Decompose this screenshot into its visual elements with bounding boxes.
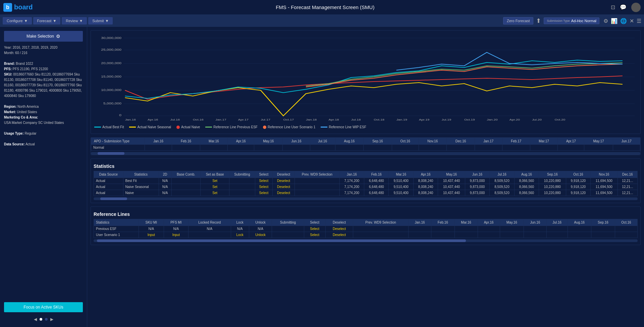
ref-select-2[interactable]: Select (310, 233, 319, 237)
stats-select-2[interactable]: Select (259, 185, 268, 189)
month-info: Month: 60 / 216 (4, 50, 83, 56)
stats-val-2-12: 12,21... (618, 184, 637, 190)
stats-deselect-1[interactable]: Deselect (277, 179, 290, 183)
svg-text:Apr.20: Apr.20 (509, 118, 520, 121)
ref-col-lock: Lock (231, 219, 249, 226)
sidebar-info: Year: 2016, 2017, 2018, 2019, 2020 Month… (4, 45, 83, 147)
ref-col-may16: May.16 (500, 219, 524, 226)
svg-text:Jan.17: Jan.17 (215, 118, 226, 121)
apo-jan16: Jan.16 (145, 138, 172, 145)
stats-set-base-3[interactable]: Set (212, 191, 217, 195)
legend-color-ref-wip-esf (321, 127, 327, 128)
submission-type-label: Submission Type (547, 19, 570, 22)
top-icons: ⊡ 💬 (611, 3, 641, 12)
legend-color-naive-seasonal (129, 127, 136, 128)
svg-text:Oct.16: Oct.16 (193, 118, 204, 121)
svg-text:Jan.20: Jan.20 (487, 118, 497, 121)
apo-jun16: Jun.16 (283, 138, 310, 145)
stats-table-scrollbar[interactable] (94, 197, 638, 200)
submission-type-value: Ad-Hoc Normal (571, 19, 596, 23)
stats-val-2-9: 10,220,880 (539, 184, 566, 190)
focus-active-skus-button[interactable]: Focus on Active SKUs (4, 302, 83, 312)
svg-text:Jul.20: Jul.20 (532, 118, 542, 121)
stats-col-jul16: Jul.16 (490, 171, 514, 178)
apo-feb17: Feb.17 (502, 138, 530, 145)
review-menu[interactable]: Review ▼ (62, 17, 87, 25)
ref-sku-mi-2[interactable]: Input (148, 233, 155, 237)
stats-select-3[interactable]: Select (259, 191, 268, 195)
ref-lock-2[interactable]: Lock (236, 233, 244, 237)
svg-text:Jan.19: Jan.19 (396, 118, 407, 121)
chart-container: 30,000,000 25,000,000 20,000,000 15,000,… (91, 30, 641, 134)
chat-icon[interactable]: 💬 (620, 4, 627, 10)
stats-val-1-3: 9,510,400 (389, 178, 413, 184)
menu-icon[interactable]: ☰ (637, 18, 641, 24)
ref-row-previous-esf: Previous ESF N/A N/A N/A N/A N/A Select … (94, 226, 638, 232)
stats-set-base-2[interactable]: Set (212, 185, 217, 189)
reference-lines-title: Reference Lines (94, 209, 638, 219)
screen-icon[interactable]: ⊡ (611, 4, 615, 10)
configure-menu[interactable]: Configure ▼ (3, 17, 32, 25)
ref-deselect-2[interactable]: Deselect (333, 233, 346, 237)
ref-col-deselect: Deselect (325, 219, 353, 226)
prev-page-arrow[interactable]: ◀ (34, 317, 37, 322)
svg-text:Apr.17: Apr.17 (238, 118, 249, 121)
svg-text:Oct.18: Oct.18 (374, 118, 384, 121)
review-arrow: ▼ (79, 19, 83, 23)
legend-ref-user-scenario: Reference Line User Scenario 1 (263, 125, 315, 129)
stats-deselect-2[interactable]: Deselect (277, 185, 290, 189)
forecast-menu[interactable]: Forecast ▼ (33, 17, 61, 25)
stats-row-best-fit: Actual Best Fit N/A Set Select Deselect … (94, 178, 638, 184)
stats-val-1-5: 10,437,440 (438, 178, 465, 184)
stats-select-1[interactable]: Select (259, 179, 268, 183)
legend-actual-naive: Actual Naive (176, 125, 200, 129)
ref-prev-wd9-2 (353, 232, 408, 238)
stats-col-2d: 2D (159, 171, 171, 178)
globe-icon[interactable]: 🌐 (620, 18, 627, 24)
ref-select-1[interactable]: Select (310, 227, 319, 231)
configure-label: Configure (7, 19, 23, 23)
apo-row-label: Normal (91, 145, 145, 151)
avatar[interactable] (631, 3, 641, 12)
ref-pfs-mi-2[interactable]: Input (172, 233, 180, 237)
zero-forecast-button[interactable]: Zero Forecast (503, 17, 533, 25)
page-dot-2[interactable] (45, 318, 48, 321)
apo-table-scrollbar[interactable] (91, 152, 640, 155)
apo-mar17: Mar.17 (530, 138, 557, 145)
logo-b-icon: b (3, 3, 12, 12)
next-page-arrow[interactable]: ▶ (50, 317, 53, 322)
ref-name-2: User Scenario 1 (94, 232, 139, 238)
make-selection-button[interactable]: Make Selection ⚙ (4, 31, 83, 42)
stats-col-prev-wd9: Prev. WD9 Selection (295, 171, 339, 178)
submit-menu[interactable]: Submit ▼ (88, 17, 113, 25)
stats-val-1-10: 9,918,120 (566, 178, 590, 184)
stats-datasource-2: Actual (94, 184, 123, 190)
stats-val-2-8: 8,066,560 (514, 184, 539, 190)
ref-col-sku-mi: SKU MI (139, 219, 164, 226)
svg-text:Oct.20: Oct.20 (555, 118, 566, 121)
legend-naive-seasonal: Actual Naive Seasonal (129, 125, 171, 129)
stats-deselect-3[interactable]: Deselect (277, 191, 290, 195)
filter-icon[interactable]: ⚙ (603, 18, 608, 24)
upload-icon[interactable]: ⬆ (536, 17, 541, 25)
stats-table-scrollbar-thumb (100, 197, 127, 200)
page-dot-1[interactable] (40, 318, 42, 321)
settings-icon[interactable]: ✕ (630, 18, 634, 24)
stats-set-base-1[interactable]: Set (212, 179, 217, 183)
stats-val-2-7: 8,509,520 (490, 184, 514, 190)
submit-label: Submit (92, 19, 104, 23)
ref-table-scrollbar[interactable] (94, 239, 638, 242)
stats-col-base-comb: Base Comb. (171, 171, 201, 178)
stats-base-comb-1 (171, 178, 201, 184)
apo-jul16: Jul.16 (310, 138, 335, 145)
ref-deselect-1[interactable]: Deselect (333, 227, 346, 231)
stats-col-nov16: Nov.16 (591, 171, 618, 178)
stats-val-1-7: 8,509,520 (490, 178, 514, 184)
chart-icon[interactable]: 📊 (611, 18, 618, 24)
ref-unlock-2[interactable]: Unlock (255, 233, 266, 237)
apo-jun17: Jun.17 (613, 138, 640, 145)
year-info: Year: 2016, 2017, 2018, 2019, 2020 (4, 45, 83, 50)
region-info: Region: North America (4, 104, 83, 109)
stats-val-2-5: 10,437,440 (438, 184, 465, 190)
legend-ref-previous-esf: Reference Line Previous ESF (205, 125, 258, 129)
